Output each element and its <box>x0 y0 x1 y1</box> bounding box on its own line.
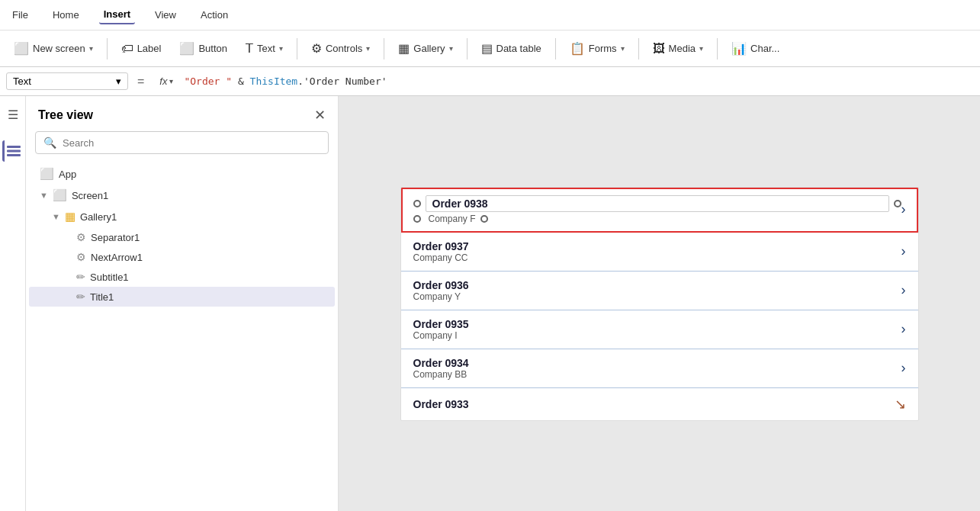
subtitle-icon: ✏ <box>76 271 85 283</box>
layers-icon <box>7 144 21 158</box>
button-icon: ⬜ <box>179 41 194 56</box>
menu-file[interactable]: File <box>8 6 33 24</box>
menu-insert[interactable]: Insert <box>99 5 135 24</box>
label-button[interactable]: 🏷 Label <box>114 38 169 59</box>
menu-view[interactable]: View <box>150 6 181 24</box>
tree-item-gallery1[interactable]: ▼ ▦ Gallery1 <box>29 206 335 227</box>
row-4-subtitle: Company I <box>413 330 901 341</box>
toolbar: ⬜ New screen ▾ 🏷 Label ⬜ Button 𝖳 Text ▾… <box>0 31 980 67</box>
search-input[interactable] <box>63 137 320 149</box>
nextarrow-icon: ⚙ <box>76 251 86 263</box>
gallery-row-2-arrow: › <box>901 243 906 259</box>
gallery-row-6[interactable]: Order 0933 ↘ <box>401 388 918 420</box>
row-1-subtitle: Company F <box>429 214 476 224</box>
text-button[interactable]: 𝖳 Text ▾ <box>238 37 291 59</box>
row-2-subtitle: Company CC <box>413 252 901 263</box>
controls-button[interactable]: ⚙ Controls ▾ <box>304 37 378 59</box>
selected-title-box: Order 0938 <box>426 195 889 212</box>
tree-area: ⬜ App ▼ ⬜ Screen1 ▼ ▦ Gallery1 ⚙ Se <box>26 163 338 511</box>
layers-icon-button[interactable] <box>2 140 24 162</box>
sidebar-tree-view: Tree view ✕ 🔍 ⬜ App ▼ ⬜ Screen1 <box>26 96 339 511</box>
data-table-icon: ▤ <box>481 41 493 56</box>
left-icon-column: ☰ <box>0 96 26 511</box>
menu-bar: File Home Insert View Action <box>0 0 980 31</box>
gallery-row-4-content: Order 0935 Company I <box>413 318 901 341</box>
forms-button[interactable]: 📋 Forms ▾ <box>562 37 632 59</box>
gallery-row-3[interactable]: Order 0936 Company Y › <box>401 272 918 310</box>
gallery-preview: Order 0938 Company F › Order 0937 C <box>400 187 919 421</box>
toolbar-separator-6 <box>638 38 639 59</box>
gallery1-chevron: ▼ <box>52 212 60 221</box>
toolbar-separator-5 <box>555 38 556 59</box>
toolbar-separator-2 <box>297 38 297 59</box>
row-3-title: Order 0936 <box>413 279 901 291</box>
formula-expression: "Order " & ThisItem .'Order Number' <box>184 76 974 87</box>
row-2-title: Order 0937 <box>413 240 901 252</box>
handle-right-top <box>894 200 901 207</box>
hamburger-icon-button[interactable]: ☰ <box>2 104 24 125</box>
search-icon: 🔍 <box>43 137 56 149</box>
tree-item-screen1[interactable]: ▼ ⬜ Screen1 <box>29 185 335 206</box>
row-1-title: Order 0938 <box>432 198 488 210</box>
gallery-row-4[interactable]: Order 0935 Company I › <box>401 310 918 349</box>
search-box: 🔍 <box>35 131 329 154</box>
separator-icon: ⚙ <box>76 231 86 243</box>
forms-chevron: ▾ <box>621 44 625 53</box>
media-button[interactable]: 🖼 Media ▾ <box>645 38 711 59</box>
row-3-subtitle: Company Y <box>413 291 901 302</box>
screen-icon: ⬜ <box>53 188 67 202</box>
formula-fx-button[interactable]: fx ▾ <box>153 76 179 87</box>
tree-item-title1[interactable]: ✏ Title1 <box>29 287 335 307</box>
text-icon: 𝖳 <box>246 41 253 56</box>
chart-icon: 📊 <box>731 41 747 56</box>
formula-dropdown-chevron: ▾ <box>116 76 121 87</box>
formula-fx-chevron: ▾ <box>169 77 173 85</box>
button-button[interactable]: ⬜ Button <box>172 37 235 59</box>
handle-right-bottom <box>480 215 488 223</box>
toolbar-separator-4 <box>467 38 468 59</box>
gallery-row-2[interactable]: Order 0937 Company CC › <box>401 233 918 272</box>
gallery-icon: ▦ <box>398 41 410 56</box>
gallery-row-1[interactable]: Order 0938 Company F › <box>401 188 918 233</box>
media-icon: 🖼 <box>653 42 665 56</box>
handle-left-bottom <box>413 215 421 223</box>
svg-rect-2 <box>7 154 21 156</box>
canvas-area: Order 0938 Company F › Order 0937 C <box>339 96 980 511</box>
row-6-title: Order 0933 <box>413 398 895 410</box>
menu-action[interactable]: Action <box>196 6 233 24</box>
screen1-chevron: ▼ <box>40 191 48 200</box>
chart-button[interactable]: 📊 Char... <box>724 37 787 59</box>
gallery-chevron: ▾ <box>449 44 453 53</box>
gallery-row-5-content: Order 0934 Company BB <box>413 357 901 380</box>
new-screen-button[interactable]: ⬜ New screen ▾ <box>6 37 101 59</box>
sidebar-close-button[interactable]: ✕ <box>314 107 326 124</box>
formula-bar: Text ▾ = fx ▾ "Order " & ThisItem .'Orde… <box>0 67 980 96</box>
gallery-row-3-content: Order 0936 Company Y <box>413 279 901 302</box>
gallery-button[interactable]: ▦ Gallery ▾ <box>390 37 460 59</box>
toolbar-separator-3 <box>384 38 384 59</box>
tree-item-app[interactable]: ⬜ App <box>29 163 335 185</box>
forms-icon: 📋 <box>570 41 585 56</box>
gallery-row-3-arrow: › <box>901 282 906 298</box>
sidebar-title: Tree view <box>38 108 93 122</box>
formula-type-dropdown[interactable]: Text ▾ <box>6 72 128 90</box>
gallery-row-1-content: Order 0938 Company F <box>413 195 901 224</box>
tree-item-separator1[interactable]: ⚙ Separator1 <box>29 227 335 247</box>
sidebar-header: Tree view ✕ <box>26 96 338 131</box>
tree-item-nextarrow1[interactable]: ⚙ NextArrow1 <box>29 247 335 267</box>
tree-item-subtitle1[interactable]: ✏ Subtitle1 <box>29 267 335 287</box>
app-icon: ⬜ <box>40 167 54 181</box>
gallery-row-5[interactable]: Order 0934 Company BB › <box>401 349 918 388</box>
gallery-row-4-arrow: › <box>901 321 906 337</box>
title-icon: ✏ <box>76 291 85 303</box>
main-layout: ☰ Tree view ✕ 🔍 ⬜ App <box>0 96 980 511</box>
svg-rect-1 <box>7 150 21 153</box>
gallery-row-1-arrow: › <box>901 201 906 217</box>
handle-left-top <box>413 200 421 207</box>
gallery-row-6-arrow: ↘ <box>895 396 906 413</box>
controls-chevron: ▾ <box>366 44 370 53</box>
row-4-title: Order 0935 <box>413 318 901 330</box>
data-table-button[interactable]: ▤ Data table <box>474 37 549 59</box>
menu-home[interactable]: Home <box>48 6 84 24</box>
controls-icon: ⚙ <box>311 41 322 56</box>
